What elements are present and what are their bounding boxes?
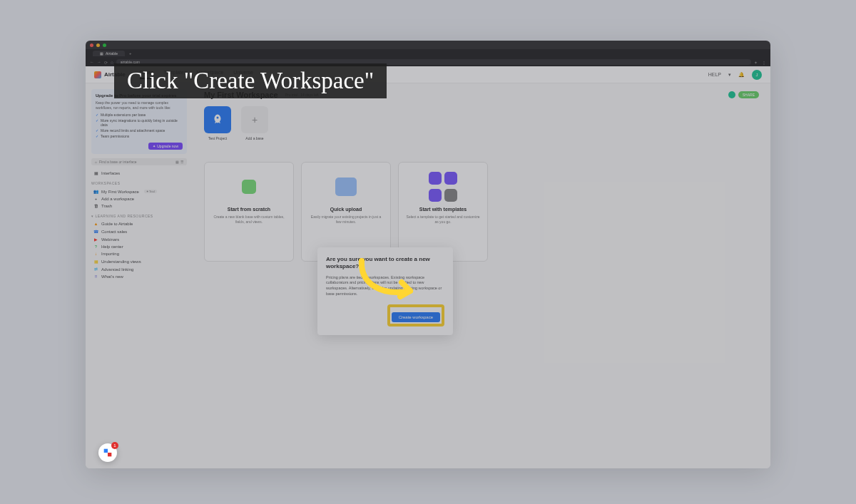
rocket-icon — [211, 113, 224, 126]
check-icon: ✓ — [96, 118, 98, 127]
bases-list: Test Project + Add a base — [204, 106, 759, 140]
upload-icon — [335, 178, 357, 196]
sidebar-interfaces[interactable]: ▦ Interfaces — [91, 169, 187, 177]
sidebar-learning-item[interactable]: ▲Guide to Airtable — [91, 220, 187, 227]
back-icon[interactable]: ← — [90, 60, 94, 64]
sidebar-learning-item[interactable]: ☎Contact sales — [91, 227, 187, 235]
logo-icon — [94, 71, 101, 78]
base-card[interactable]: Test Project — [204, 106, 231, 140]
base-tile — [204, 106, 231, 133]
card-title: Quick upload — [330, 207, 362, 212]
list-view-icon[interactable]: ☰ — [180, 160, 183, 164]
sidebar-search[interactable]: ⌕ Find a base or interface ▦ ☰ — [91, 158, 187, 165]
browser-window: ▦ Airtable + ← → ⟳ ⌂ airtable.com ✦ ⋮ Ai… — [86, 41, 770, 468]
sidebar: Upgrade to Pro before your trial expires… — [86, 83, 193, 468]
main-content: My First Workspace Pro trial · 14 days l… — [193, 83, 770, 468]
upgrade-promo: Upgrade to Pro before your trial expires… — [91, 89, 187, 154]
help-chevron-icon: ▾ — [728, 72, 731, 78]
new-tab-button[interactable]: + — [129, 51, 132, 56]
help-link[interactable]: HELP — [708, 72, 721, 77]
learning-item-icon: ? — [93, 245, 98, 249]
tab-label: Airtable — [106, 51, 118, 56]
app-logo-icon — [102, 447, 113, 458]
quick-upload-card[interactable]: Quick upload Easily migrate your existin… — [301, 162, 391, 262]
share-button[interactable]: SHARE — [738, 91, 759, 98]
sidebar-workspace[interactable]: 👥 My First Workspace ✦ Trial — [91, 187, 187, 195]
arrow-annotation — [353, 255, 424, 305]
sidebar-learning-item[interactable]: ⇄Advanced linking — [91, 265, 187, 273]
learning-item-icon: ↓ — [93, 252, 98, 256]
workspaces-header: WORKSPACES — [91, 181, 187, 185]
window-titlebar — [86, 41, 770, 49]
trial-badge: ✦ Trial — [144, 190, 157, 193]
card-subtitle: Easily migrate your existing projects in… — [309, 215, 383, 224]
plus-icon: + — [93, 197, 98, 201]
user-avatar[interactable]: J — [752, 70, 762, 80]
browser-tab[interactable]: ▦ Airtable — [93, 51, 125, 56]
airtable-app: Airtable Bases Templates Marketplace Uni… — [86, 66, 770, 468]
grid-view-icon[interactable]: ▦ — [175, 160, 179, 164]
sparkle-icon: ✦ — [153, 144, 156, 148]
templates-card[interactable]: Start with templates Select a template t… — [398, 162, 488, 262]
app-badge[interactable]: 1 — [98, 443, 120, 465]
extension-icon[interactable]: ✦ — [754, 60, 758, 65]
check-icon: ✓ — [96, 134, 98, 138]
sidebar-learning-item[interactable]: ▦Understanding views — [91, 257, 187, 265]
learning-header: ▾ LEARNING AND RESOURCES — [91, 214, 187, 218]
interfaces-icon: ▦ — [93, 170, 98, 175]
template-icon — [444, 172, 457, 185]
upgrade-button[interactable]: ✦ Upgrade now — [148, 143, 183, 150]
card-title: Start from scratch — [228, 207, 270, 212]
notifications-icon[interactable]: 🔔 — [738, 72, 745, 78]
add-base-card[interactable]: + Add a base — [241, 106, 268, 140]
learning-item-icon: ‼ — [93, 274, 98, 279]
sidebar-learning-item[interactable]: ?Help center — [91, 243, 187, 250]
card-subtitle: Create a new blank base with custom tabl… — [212, 215, 286, 224]
plus-icon: + — [252, 114, 258, 125]
instruction-caption: Click "Create Workspace" — [114, 63, 387, 98]
learning-item-icon: ▶ — [93, 237, 98, 242]
menu-icon[interactable]: ⋮ — [762, 60, 766, 65]
maximize-window-icon[interactable] — [103, 43, 106, 47]
search-placeholder: Find a base or interface — [99, 160, 137, 164]
create-workspace-button[interactable]: Create workspace — [392, 312, 440, 322]
learning-item-icon: ▲ — [93, 222, 98, 226]
template-icon — [444, 189, 457, 202]
sidebar-learning-item[interactable]: ‼What's new — [91, 273, 187, 280]
sidebar-trash[interactable]: 🗑 Trash — [91, 202, 187, 210]
browser-tabbar: ▦ Airtable + — [86, 49, 770, 58]
start-scratch-card[interactable]: Start from scratch Create a new blank ba… — [204, 162, 294, 262]
collaborator-avatar[interactable] — [728, 91, 735, 98]
learning-item-icon: ▦ — [93, 259, 98, 264]
learning-item-icon: ☎ — [93, 229, 98, 234]
workspace-icon: 👥 — [93, 189, 98, 194]
add-base-tile: + — [241, 106, 268, 133]
learning-item-icon: ⇄ — [93, 267, 98, 272]
template-icon — [429, 189, 442, 202]
minimize-window-icon[interactable] — [96, 43, 100, 47]
forward-icon[interactable]: → — [97, 60, 101, 64]
starter-cards: Start from scratch Create a new blank ba… — [204, 162, 759, 262]
add-base-label: Add a base — [241, 136, 268, 140]
upgrade-subtitle: Keep the power you need to manage comple… — [96, 101, 183, 110]
search-icon: ⌕ — [95, 160, 97, 164]
button-highlight: Create workspace — [387, 304, 444, 326]
upgrade-bullets: ✓Multiple extensions per base ✓More sync… — [96, 113, 183, 138]
trash-icon: 🗑 — [93, 204, 98, 208]
badge-count: 1 — [111, 442, 118, 449]
check-icon: ✓ — [96, 128, 98, 133]
sidebar-learning-item[interactable]: ▶Webinars — [91, 235, 187, 243]
home-icon[interactable]: ⌂ — [111, 60, 113, 64]
card-title: Start with templates — [419, 207, 467, 212]
close-window-icon[interactable] — [90, 43, 93, 47]
sidebar-add-workspace[interactable]: + Add a workspace — [91, 195, 187, 202]
base-name: Test Project — [204, 136, 231, 140]
template-icon — [429, 172, 442, 185]
sidebar-learning-item[interactable]: ↓Importing — [91, 250, 187, 257]
tab-favicon: ▦ — [100, 51, 103, 56]
reload-icon[interactable]: ⟳ — [104, 60, 108, 65]
scratch-icon — [242, 180, 256, 194]
check-icon: ✓ — [96, 113, 98, 117]
card-subtitle: Select a template to get started and cus… — [406, 215, 480, 224]
